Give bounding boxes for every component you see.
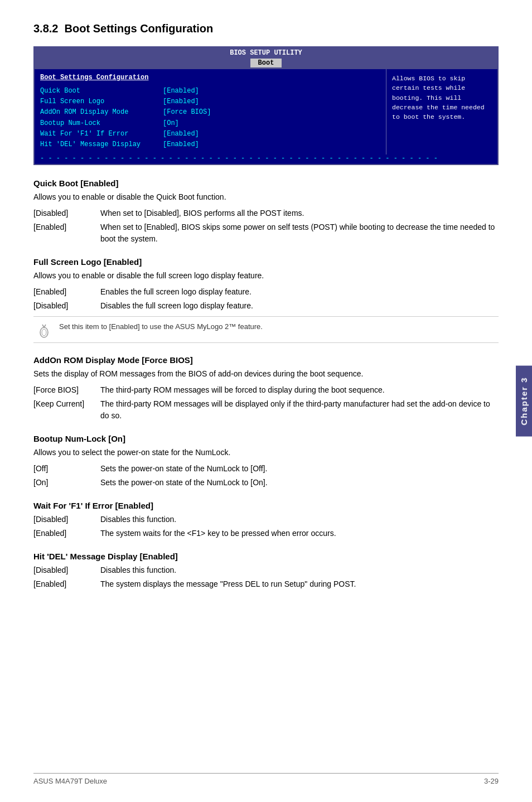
- option-label: [Enabled]: [33, 578, 100, 590]
- option-desc: Enables the full screen logo display fea…: [100, 286, 499, 298]
- bios-item-names: Quick Boot Full Screen Logo AddOn ROM Di…: [40, 86, 152, 150]
- option-label: [Disabled]: [33, 207, 100, 219]
- bios-item-value: [Enabled]: [163, 96, 230, 107]
- option-desc: The system displays the message "Press D…: [100, 578, 499, 590]
- subsection-addon-rom: AddOn ROM Display Mode [Force BIOS] Sets…: [33, 355, 499, 422]
- svg-line-3: [44, 325, 46, 327]
- subsection-wait-f1: Wait For 'F1' If Error [Enabled] [Disabl…: [33, 501, 499, 539]
- option-label: [Enabled]: [33, 221, 100, 245]
- option-label: [Disabled]: [33, 514, 100, 525]
- option-desc: The third-party ROM messages will be dis…: [100, 398, 499, 422]
- bios-dash-line: - - - - - - - - - - - - - - - - - - - - …: [35, 154, 497, 164]
- bios-item-value: [Enabled]: [163, 139, 230, 150]
- subsection-bootup-numlock: Bootup Num-Lock [On] Allows you to selec…: [33, 434, 499, 489]
- option-row: [Enabled] Enables the full screen logo d…: [33, 286, 499, 298]
- option-label: [Enabled]: [33, 286, 100, 298]
- option-desc: Disables the full screen logo display fe…: [100, 300, 499, 312]
- option-row: [On] Sets the power-on state of the NumL…: [33, 477, 499, 489]
- bios-item-values: [Enabled] [Enabled] [Force BIOS] [On] [E…: [163, 86, 230, 150]
- option-label: [Keep Current]: [33, 398, 100, 422]
- note-box: Set this item to [Enabled] to use the AS…: [33, 316, 499, 343]
- bios-section-label: Boot Settings Configuration: [40, 74, 380, 81]
- option-label: [On]: [33, 477, 100, 489]
- option-desc: The third-party ROM messages will be for…: [100, 384, 499, 396]
- note-text: Set this item to [Enabled] to use the AS…: [59, 321, 263, 332]
- option-desc: The system waits for the <F1> key to be …: [100, 528, 499, 539]
- option-desc: Disables this function.: [100, 564, 499, 576]
- bios-item-value: [Enabled]: [163, 129, 230, 139]
- subsection-desc: Allows you to enable or disable the Quic…: [33, 191, 499, 203]
- bios-left-panel: Boot Settings Configuration Quick Boot F…: [35, 69, 386, 154]
- option-row: [Enabled] The system waits for the <F1> …: [33, 528, 499, 539]
- subsection-title: Hit 'DEL' Message Display [Enabled]: [33, 552, 499, 561]
- bios-header: BIOS SETUP UTILITY: [35, 47, 497, 59]
- footer: ASUS M4A79T Deluxe 3-29: [33, 773, 499, 785]
- option-desc: When set to [Enabled], BIOS skips some p…: [100, 221, 499, 245]
- footer-left: ASUS M4A79T Deluxe: [33, 777, 107, 785]
- footer-right: 3-29: [484, 777, 499, 785]
- bios-right-panel: Allows BIOS to skip certain tests while …: [386, 69, 497, 154]
- svg-point-1: [42, 329, 46, 336]
- option-desc: Sets the power-on state of the NumLock t…: [100, 463, 499, 475]
- option-label: [Disabled]: [33, 564, 100, 576]
- subsection-desc: Allows you to select the power-on state …: [33, 447, 499, 458]
- bios-items: Quick Boot Full Screen Logo AddOn ROM Di…: [40, 86, 380, 150]
- option-row: [Enabled] When set to [Enabled], BIOS sk…: [33, 221, 499, 245]
- bios-tab-row: Boot: [35, 59, 497, 69]
- chapter-label: Chapter 3: [516, 365, 532, 436]
- bios-body: Boot Settings Configuration Quick Boot F…: [35, 69, 497, 154]
- bios-item-value: [Enabled]: [163, 86, 230, 96]
- bios-item-name: Hit 'DEL' Message Display: [40, 139, 152, 150]
- subsection-desc: Allows you to enable or disable the full…: [33, 270, 499, 282]
- section-title: 3.8.2 Boot Settings Configuration: [33, 22, 499, 35]
- option-row: [Force BIOS] The third-party ROM message…: [33, 384, 499, 396]
- option-label: [Enabled]: [33, 528, 100, 539]
- option-row: [Disabled] When set to [Disabled], BIOS …: [33, 207, 499, 219]
- bios-item-name: AddOn ROM Display Mode: [40, 107, 152, 118]
- subsection-title: Quick Boot [Enabled]: [33, 178, 499, 188]
- option-desc: Disables this function.: [100, 514, 499, 525]
- option-row: [Keep Current] The third-party ROM messa…: [33, 398, 499, 422]
- option-row: [Disabled] Disables this function.: [33, 514, 499, 525]
- option-desc: Sets the power-on state of the NumLock t…: [100, 477, 499, 489]
- subsection-full-screen-logo: Full Screen Logo [Enabled] Allows you to…: [33, 257, 499, 343]
- option-desc: When set to [Disabled], BIOS performs al…: [100, 207, 499, 219]
- note-icon: [36, 321, 52, 338]
- bios-screenshot: BIOS SETUP UTILITY Boot Boot Settings Co…: [33, 46, 499, 165]
- option-label: [Off]: [33, 463, 100, 475]
- bios-item-value: [Force BIOS]: [163, 107, 230, 118]
- option-label: [Disabled]: [33, 300, 100, 312]
- subsection-quick-boot: Quick Boot [Enabled] Allows you to enabl…: [33, 178, 499, 245]
- bios-item-name: Bootup Num-Lock: [40, 118, 152, 129]
- bios-item-name: Wait For 'F1' If Error: [40, 129, 152, 139]
- bios-help-text: Allows BIOS to skip certain tests while …: [392, 75, 485, 120]
- subsection-title: Wait For 'F1' If Error [Enabled]: [33, 501, 499, 510]
- option-label: [Force BIOS]: [33, 384, 100, 396]
- option-row: [Off] Sets the power-on state of the Num…: [33, 463, 499, 475]
- option-row: [Disabled] Disables this function.: [33, 564, 499, 576]
- subsection-title: Full Screen Logo [Enabled]: [33, 257, 499, 267]
- bios-item-name: Quick Boot: [40, 86, 152, 96]
- option-row: [Disabled] Disables the full screen logo…: [33, 300, 499, 312]
- subsection-title: Bootup Num-Lock [On]: [33, 434, 499, 443]
- subsection-title: AddOn ROM Display Mode [Force BIOS]: [33, 355, 499, 365]
- bios-item-value: [On]: [163, 118, 230, 129]
- svg-line-2: [42, 325, 44, 327]
- subsection-hit-del: Hit 'DEL' Message Display [Enabled] [Dis…: [33, 552, 499, 590]
- subsections-container: Quick Boot [Enabled] Allows you to enabl…: [33, 178, 499, 590]
- bios-item-name: Full Screen Logo: [40, 96, 152, 107]
- bios-tab: Boot: [250, 59, 282, 67]
- option-row: [Enabled] The system displays the messag…: [33, 578, 499, 590]
- subsection-desc: Sets the display of ROM messages from th…: [33, 368, 499, 380]
